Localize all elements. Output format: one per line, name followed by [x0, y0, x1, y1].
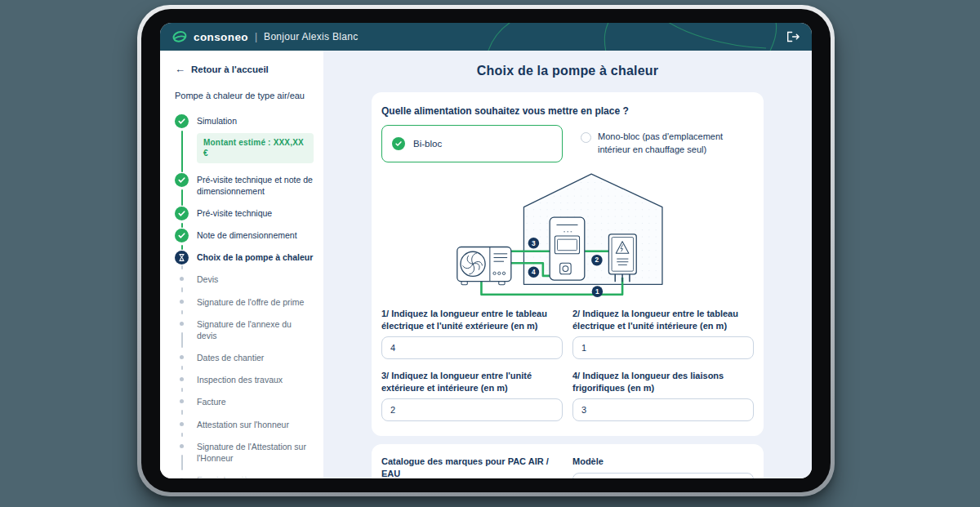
- option-bi-bloc[interactable]: Bi-bloc: [381, 125, 563, 162]
- project-type-label: Pompe à chaleur de type air/eau: [175, 90, 314, 102]
- sidebar-step-previsite[interactable]: Pré-visite technique: [175, 207, 314, 229]
- header-separator: |: [255, 31, 257, 42]
- step-dot-icon: [180, 399, 184, 403]
- sidebar-step-devis[interactable]: Devis: [175, 274, 314, 296]
- step-dot-icon: [180, 444, 184, 448]
- model-select-group: Modèle Sélectionnez dans la liste: [572, 456, 754, 478]
- field-length-4: 4/ Indiquez la longueur des liaisons fri…: [572, 370, 754, 421]
- field-label-1: 1/ Indiquez la longueur entre le tableau…: [381, 308, 563, 333]
- length-fields: 1/ Indiquez la longueur entre le tableau…: [381, 308, 754, 421]
- back-to-home-link[interactable]: ← Retour à l'accueil: [175, 64, 314, 74]
- power-options: Bi-bloc Mono-bloc (pas d'emplacement int…: [381, 125, 754, 162]
- option-mono-bloc[interactable]: Mono-bloc (pas d'emplacement intérieur e…: [581, 125, 746, 157]
- step-dot-icon: [180, 355, 184, 359]
- sidebar-step-signature-annexe-devis[interactable]: Signature de l'annexe du devis: [175, 318, 314, 352]
- check-circle-icon: [175, 229, 189, 242]
- step-dot-icon: [180, 277, 184, 281]
- main-content: Choix de la pompe à chaleur Quelle alime…: [323, 51, 812, 478]
- logout-button[interactable]: [786, 31, 800, 42]
- check-circle-icon: [175, 114, 189, 128]
- length-input-4[interactable]: [572, 398, 754, 421]
- svg-text:4: 4: [532, 268, 536, 276]
- app-screen: consoneo | Bonjour Alexis Blanc ← Retour…: [160, 23, 812, 478]
- sidebar-step-attestation-honneur[interactable]: Attestation sur l'honneur: [175, 419, 314, 441]
- svg-text:3: 3: [532, 239, 536, 247]
- field-length-2: 2/ Indiquez la longueur entre le tableau…: [572, 308, 754, 359]
- field-label-4: 4/ Indiquez la longueur des liaisons fri…: [572, 370, 754, 395]
- sidebar-step-simulation[interactable]: Simulation Montant estimé : XXX,XX €: [175, 115, 314, 173]
- brand-name: consoneo: [194, 31, 248, 43]
- sidebar-step-choix-pac[interactable]: Choix de la pompe à chaleur: [175, 251, 314, 274]
- sidebar-step-facture[interactable]: Facture: [175, 396, 314, 418]
- installation-diagram: 3 4 2 1: [448, 172, 687, 300]
- sidebar: ← Retour à l'accueil Pompe à chaleur de …: [160, 51, 323, 478]
- estimate-badge: Montant estimé : XXX,XX €: [197, 133, 314, 163]
- step-dot-icon: [180, 478, 184, 478]
- length-input-3[interactable]: [381, 398, 563, 421]
- option-bi-bloc-label: Bi-bloc: [413, 139, 442, 149]
- indoor-unit: [550, 217, 585, 280]
- check-circle-icon: [392, 137, 405, 150]
- electrical-panel: [608, 234, 636, 282]
- field-length-1: 1/ Indiquez la longueur entre le tableau…: [381, 308, 563, 359]
- back-arrow-icon: ←: [175, 64, 185, 74]
- sidebar-step-envoi-pieces[interactable]: Envoi des pièces: [175, 474, 314, 478]
- sidebar-step-signature-attestation[interactable]: Signature de l'Attestation sur l'Honneur: [175, 441, 314, 474]
- radio-icon: [581, 132, 591, 143]
- sidebar-step-signature-offre-prime[interactable]: Signature de l'offre de prime: [175, 296, 314, 318]
- model-select[interactable]: Sélectionnez dans la liste: [572, 473, 754, 478]
- model-label: Modèle: [572, 456, 754, 468]
- connection-badge-3: 3: [528, 238, 540, 249]
- sidebar-step-inspection-travaux[interactable]: Inspection des travaux: [175, 374, 314, 396]
- consoneo-logo-icon: [172, 29, 188, 45]
- connection-badge-2: 2: [591, 255, 603, 266]
- step-dot-icon: [180, 377, 184, 381]
- connection-badge-1: 1: [592, 286, 604, 297]
- app-body: ← Retour à l'accueil Pompe à chaleur de …: [160, 51, 812, 478]
- svg-text:2: 2: [595, 256, 599, 265]
- field-label-3: 3/ Indiquez la longueur entre l'unité ex…: [381, 370, 563, 395]
- catalog-card: Catalogue des marques pour PAC AIR / EAU…: [372, 444, 764, 478]
- app-header: consoneo | Bonjour Alexis Blanc: [160, 23, 812, 51]
- length-input-2[interactable]: [572, 336, 754, 359]
- user-greeting: Bonjour Alexis Blanc: [264, 31, 358, 42]
- catalog-brand-label: Catalogue des marques pour PAC AIR / EAU: [381, 456, 563, 478]
- sidebar-step-note-dimensionnement[interactable]: Note de dimensionnement: [175, 229, 314, 251]
- length-input-1[interactable]: [381, 336, 563, 359]
- brand-select-group: Catalogue des marques pour PAC AIR / EAU…: [381, 456, 563, 478]
- step-dot-icon: [180, 300, 184, 304]
- step-dot-icon: [180, 422, 184, 426]
- option-mono-bloc-label: Mono-bloc (pas d'emplacement intérieur e…: [598, 131, 746, 157]
- tablet-bezel: consoneo | Bonjour Alexis Blanc ← Retour…: [141, 9, 831, 492]
- sidebar-step-dates-chantier[interactable]: Dates de chantier: [175, 352, 314, 374]
- header-decoration: [160, 23, 812, 51]
- brand: consoneo: [172, 29, 248, 45]
- field-label-2: 2/ Indiquez la longueur entre le tableau…: [572, 308, 754, 333]
- pump-choice-card: Quelle alimentation souhaitez vous mettr…: [372, 92, 764, 436]
- svg-text:1: 1: [595, 287, 599, 296]
- connection-badge-4: 4: [528, 266, 540, 278]
- outdoor-unit: [457, 247, 511, 285]
- question-label: Quelle alimentation souhaitez vous mettr…: [381, 105, 754, 117]
- check-circle-icon: [175, 207, 189, 220]
- hourglass-icon: [175, 251, 189, 265]
- logout-icon: [786, 31, 800, 42]
- back-link-label: Retour à l'accueil: [191, 64, 269, 74]
- step-dot-icon: [180, 322, 184, 326]
- house-outline: [523, 174, 662, 284]
- field-length-3: 3/ Indiquez la longueur entre l'unité ex…: [381, 370, 563, 421]
- page-title: Choix de la pompe à chaleur: [477, 64, 658, 78]
- progress-stepper: Simulation Montant estimé : XXX,XX € Pré…: [175, 115, 314, 478]
- check-circle-icon: [175, 173, 189, 187]
- tablet-frame: consoneo | Bonjour Alexis Blanc ← Retour…: [137, 5, 835, 496]
- sidebar-step-previsite-note[interactable]: Pré-visite technique et note de dimensio…: [175, 174, 314, 207]
